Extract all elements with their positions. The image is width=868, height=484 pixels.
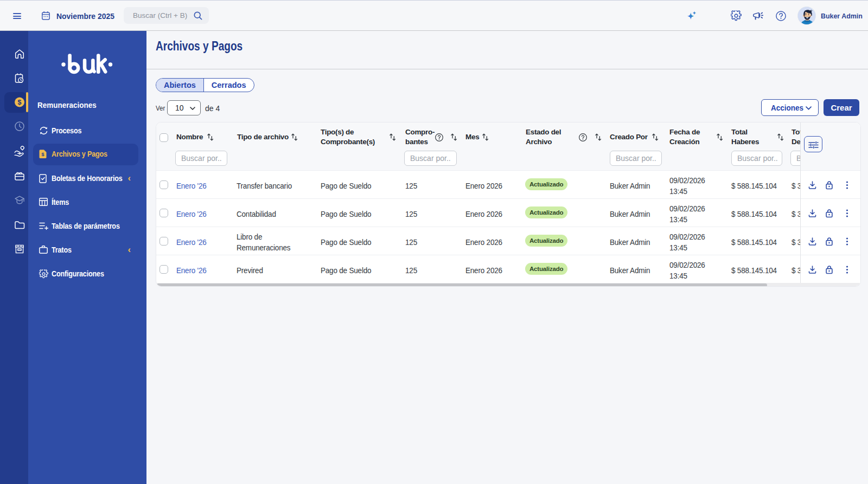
svg-text:$: $ bbox=[18, 99, 22, 106]
svg-text:$: $ bbox=[42, 152, 44, 157]
